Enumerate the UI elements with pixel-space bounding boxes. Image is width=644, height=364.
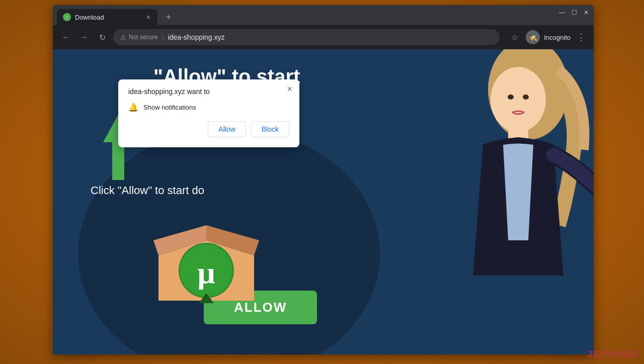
popup-title: idea-shopping.xyz want to <box>128 87 289 96</box>
close-window-button[interactable]: ✕ <box>583 9 590 16</box>
popup-buttons: Allow Block <box>128 121 289 137</box>
tab-favicon: ↑ <box>63 13 71 21</box>
bell-icon: 🔔 <box>128 103 138 112</box>
svg-point-13 <box>523 95 529 100</box>
notification-label: Show notifications <box>143 104 196 111</box>
browser-window: ↑ Download × + — ☐ ✕ ← → ↻ ⚠ Not secure … <box>53 5 594 354</box>
address-bar-area: ← → ↻ ⚠ Not secure | idea-shopping.xyz ☆… <box>53 25 594 49</box>
forward-button[interactable]: → <box>77 30 91 44</box>
tab-title: Download <box>75 14 141 21</box>
block-button[interactable]: Block <box>251 121 289 137</box>
security-label: Not secure <box>129 34 158 41</box>
address-bar[interactable]: ⚠ Not secure | idea-shopping.xyz <box>113 29 500 45</box>
url-display: idea-shopping.xyz <box>168 33 225 41</box>
tab-close-button[interactable]: × <box>145 12 151 22</box>
back-button[interactable]: ← <box>59 30 73 44</box>
minimize-button[interactable]: — <box>558 9 566 16</box>
svg-point-9 <box>491 67 546 132</box>
address-bar-right: ☆ 🕵 Incognito ⋮ <box>508 30 588 45</box>
browser-menu-button[interactable]: ⋮ <box>575 30 588 45</box>
watermark-label: 2SPYWARE <box>588 349 638 360</box>
notification-popup: × idea-shopping.xyz want to 🔔 Show notif… <box>118 79 299 147</box>
maximize-button[interactable]: ☐ <box>571 9 578 16</box>
warning-icon: ⚠ <box>120 34 126 41</box>
torrent-box-icon: μ <box>148 195 264 313</box>
popup-close-button[interactable]: × <box>287 84 292 94</box>
address-separator: | <box>162 33 164 41</box>
new-tab-button[interactable]: + <box>162 10 176 24</box>
notification-row: 🔔 Show notifications <box>128 103 289 112</box>
reload-button[interactable]: ↻ <box>95 30 109 44</box>
tab-bar: ↑ Download × + — ☐ ✕ <box>53 5 594 25</box>
active-tab[interactable]: ↑ Download × <box>57 9 157 25</box>
svg-text:μ: μ <box>197 255 215 290</box>
svg-point-12 <box>508 95 514 100</box>
security-warning: ⚠ Not secure <box>120 34 158 41</box>
incognito-label: Incognito <box>544 34 571 41</box>
allow-button[interactable]: Allow <box>208 121 246 137</box>
bookmark-button[interactable]: ☆ <box>508 30 522 44</box>
woman-figure <box>403 49 594 354</box>
incognito-icon: 🕵 <box>526 30 540 44</box>
window-controls: — ☐ ✕ <box>558 9 590 16</box>
page-content: "Allow" to start wnloading Click "Allow"… <box>53 49 594 354</box>
